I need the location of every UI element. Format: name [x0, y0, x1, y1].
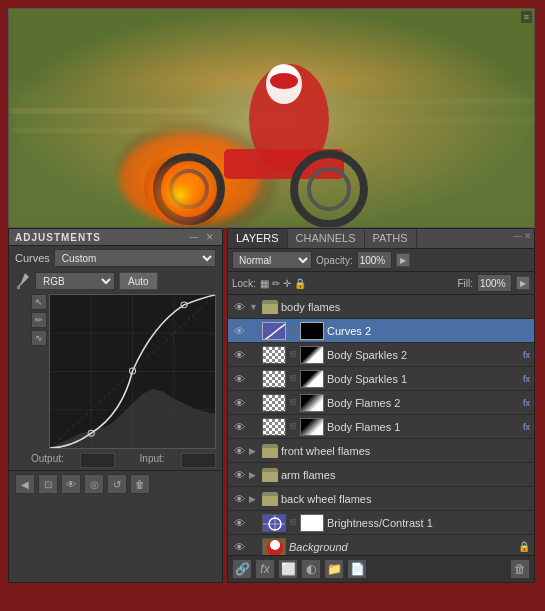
layers-delete-btn[interactable]: 🗑: [510, 559, 530, 579]
layer-item-back-wheel[interactable]: 👁 ▶ back wheel flames: [228, 487, 534, 511]
group-expand-arrow-body-flames[interactable]: ▼: [249, 302, 259, 312]
layers-adjustment-btn[interactable]: ◐: [301, 559, 321, 579]
layer-eye-sparkles1[interactable]: 👁: [232, 372, 246, 386]
layer-item-body-flames-group[interactable]: 👁 ▼ body flames: [228, 295, 534, 319]
layer-eye-front-wheel[interactable]: 👁: [232, 444, 246, 458]
adj-copy-btn[interactable]: ⊡: [38, 474, 58, 494]
layer-thumb-flames2: [262, 394, 286, 412]
layer-fx-flames2: fx: [523, 398, 530, 408]
layer-thumb-sparkles1: [262, 370, 286, 388]
layer-item-curves2[interactable]: 👁 ⛓ Curves 2: [228, 319, 534, 343]
layer-eye-brightness[interactable]: 👁: [232, 516, 246, 530]
layer-eye-flames1[interactable]: 👁: [232, 420, 246, 434]
auto-button[interactable]: Auto: [119, 272, 158, 290]
curves-preset-dropdown[interactable]: Custom Default Strong Contrast Lighter D…: [54, 249, 216, 267]
layer-thumb-curves2: [262, 322, 286, 340]
layers-mask-btn[interactable]: ⬜: [278, 559, 298, 579]
lock-all-icon[interactable]: 🔒: [294, 278, 306, 289]
layer-item-body-flames1[interactable]: 👁 ⛓ Body Flames 1 fx: [228, 415, 534, 439]
adjustments-header: ADJUSTMENTS — ✕: [9, 229, 222, 246]
pointer-tool[interactable]: ↖: [31, 294, 47, 310]
layer-thumb-brightness: [262, 514, 286, 532]
layers-new-btn[interactable]: 📄: [347, 559, 367, 579]
folder-icon-back-wheel: [262, 492, 278, 506]
layer-item-body-sparkles2[interactable]: 👁 ⛓ Body Sparkles 2 fx: [228, 343, 534, 367]
pencil-tool[interactable]: ✏: [31, 312, 47, 328]
layers-group-btn[interactable]: 📁: [324, 559, 344, 579]
layer-link-sparkles1[interactable]: ⛓: [289, 374, 297, 383]
layer-item-body-flames2[interactable]: 👁 ⛓ Body Flames 2 fx: [228, 391, 534, 415]
group-expand-arm-flames[interactable]: ▶: [249, 470, 259, 480]
layer-link-brightness[interactable]: ⛓: [289, 518, 297, 527]
adj-visibility-btn[interactable]: ◎: [84, 474, 104, 494]
layer-link-sparkles2[interactable]: ⛓: [289, 350, 297, 359]
layers-fx-btn[interactable]: fx: [255, 559, 275, 579]
adj-eye-btn[interactable]: 👁: [61, 474, 81, 494]
folder-icon-body-flames: [262, 300, 278, 314]
adj-delete-btn[interactable]: 🗑: [130, 474, 150, 494]
lock-position-icon[interactable]: ✛: [283, 278, 291, 289]
layer-link-flames2[interactable]: ⛓: [289, 398, 297, 407]
layer-item-background[interactable]: 👁 Background 🔒: [228, 535, 534, 555]
fill-label: Fill:: [457, 278, 473, 289]
fill-arrow[interactable]: ▶: [516, 276, 530, 290]
smooth-tool[interactable]: ∿: [31, 330, 47, 346]
layer-item-brightness[interactable]: 👁 ⛓ Brightness/Contrast 1: [228, 511, 534, 535]
curves-graph[interactable]: [49, 294, 216, 449]
group-expand-back-wheel[interactable]: ▶: [249, 494, 259, 504]
layer-item-front-wheel[interactable]: 👁 ▶ front wheel flames: [228, 439, 534, 463]
svg-point-17: [144, 145, 234, 228]
tab-paths[interactable]: PATHS: [365, 229, 417, 248]
output-input-row: Output: Input:: [9, 451, 222, 470]
adjustments-title: ADJUSTMENTS: [15, 232, 101, 243]
output-label: Output:: [31, 453, 64, 468]
input-value[interactable]: [181, 453, 216, 468]
layers-link-btn[interactable]: 🔗: [232, 559, 252, 579]
opacity-arrow[interactable]: ▶: [396, 253, 410, 267]
layer-name-flames1: Body Flames 1: [327, 421, 518, 433]
layer-eye-background[interactable]: 👁: [232, 540, 246, 554]
group-expand-front-wheel[interactable]: ▶: [249, 446, 259, 456]
layers-controls: Normal Multiply Screen Overlay Opacity: …: [228, 249, 534, 272]
lock-row: Lock: ▦ ✏ ✛ 🔒 Fill: ▶: [228, 272, 534, 295]
layer-eye-curves2[interactable]: 👁: [232, 324, 246, 338]
layer-name-background: Background: [289, 541, 515, 553]
adj-prev-btn[interactable]: ◀: [15, 474, 35, 494]
channel-dropdown[interactable]: RGB Red Green Blue: [35, 272, 115, 290]
layer-eye-body-flames[interactable]: 👁: [232, 300, 246, 314]
layers-panel-close[interactable]: ✕: [524, 231, 532, 246]
layer-eye-back-wheel[interactable]: 👁: [232, 492, 246, 506]
lock-transparent-icon[interactable]: ▦: [260, 278, 269, 289]
tab-channels[interactable]: CHANNELS: [288, 229, 365, 248]
layer-link-curves2[interactable]: ⛓: [289, 326, 297, 335]
panel-close[interactable]: ✕: [204, 231, 216, 243]
layer-name-sparkles1: Body Sparkles 1: [327, 373, 518, 385]
layer-eye-sparkles2[interactable]: 👁: [232, 348, 246, 362]
opacity-input[interactable]: [357, 251, 392, 269]
folder-icon-front-wheel: [262, 444, 278, 458]
fill-input[interactable]: [477, 274, 512, 292]
panel-minimize[interactable]: —: [188, 231, 200, 243]
svg-rect-4: [309, 99, 535, 104]
layer-fx-sparkles1: fx: [523, 374, 530, 384]
lock-image-icon[interactable]: ✏: [272, 278, 280, 289]
eyedropper-icon[interactable]: [15, 273, 31, 289]
tab-layers[interactable]: LAYERS: [228, 229, 288, 248]
layers-panel-min[interactable]: —: [513, 231, 522, 246]
layer-link-flames1[interactable]: ⛓: [289, 422, 297, 431]
layer-name-brightness: Brightness/Contrast 1: [327, 517, 530, 529]
layer-item-body-sparkles1[interactable]: 👁 ⛓ Body Sparkles 1 fx: [228, 367, 534, 391]
opacity-label: Opacity:: [316, 255, 353, 266]
photo-handle: ≡: [521, 11, 532, 23]
layer-fx-sparkles2: fx: [523, 350, 530, 360]
layer-eye-arm-flames[interactable]: 👁: [232, 468, 246, 482]
output-value[interactable]: [80, 453, 115, 468]
layer-thumb-flames1: [262, 418, 286, 436]
layer-item-arm-flames[interactable]: 👁 ▶ arm flames: [228, 463, 534, 487]
layer-eye-flames2[interactable]: 👁: [232, 396, 246, 410]
adj-reset-btn[interactable]: ↺: [107, 474, 127, 494]
panels-row: ADJUSTMENTS — ✕ Curves Custom Default St…: [8, 228, 535, 583]
rgb-auto-row: RGB Red Green Blue Auto: [9, 270, 222, 292]
layer-mask-flames2: [300, 394, 324, 412]
blend-mode-dropdown[interactable]: Normal Multiply Screen Overlay: [232, 251, 312, 269]
